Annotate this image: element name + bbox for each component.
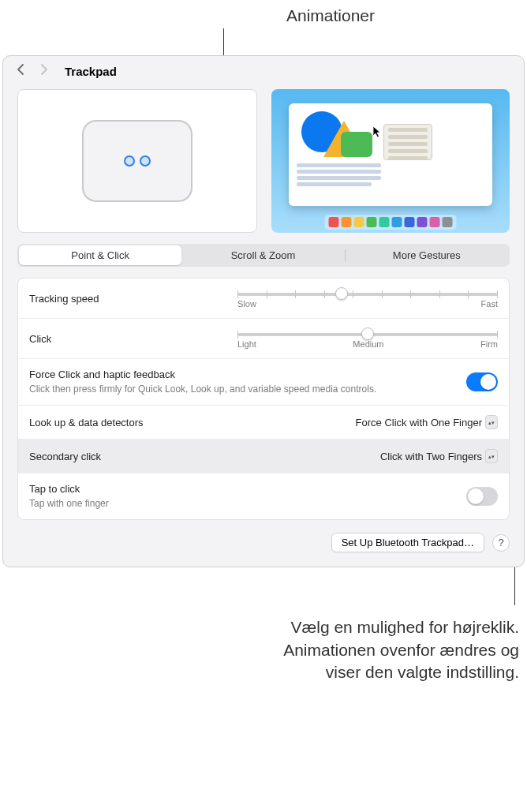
slider-mid-label: Medium (353, 339, 383, 349)
callout-bottom: Vælg en mulighed for højreklik. Animatio… (0, 605, 527, 690)
chevron-updown-icon: ▴▾ (485, 449, 498, 463)
callout-line (223, 28, 224, 55)
trackpad-settings-window: Trackpad (2, 55, 525, 567)
tap-to-click-label: Tap to click (29, 483, 109, 495)
callout-top-label: Animationer (134, 0, 527, 28)
lookup-value: Force Click with One Finger (356, 417, 482, 428)
page-title: Trackpad (65, 65, 117, 78)
app-window-mock (289, 103, 492, 206)
green-square-icon (341, 132, 372, 157)
force-click-row: Force Click and haptic feedback Click th… (18, 359, 509, 406)
click-label: Click (29, 333, 51, 345)
tap-to-click-desc: Tap with one finger (29, 497, 109, 510)
secondary-click-row: Secondary click Click with Two Fingers ▴… (18, 440, 509, 473)
callout-bottom-line3: viser den valgte indstilling. (0, 661, 519, 683)
slider-min-label: Slow (237, 299, 256, 309)
force-click-toggle[interactable] (466, 372, 498, 391)
callout-line (514, 567, 515, 605)
finger-dot-icon (140, 155, 151, 167)
preview-row (3, 84, 524, 244)
click-row: Click Light Medium Firm (18, 319, 509, 359)
force-click-desc: Click then press firmly for Quick Look, … (29, 383, 376, 395)
tab-control: Point & Click Scroll & Zoom More Gesture… (17, 244, 510, 267)
trackpad-animation-pane (17, 89, 257, 233)
dock-mock (325, 215, 457, 230)
tab-scroll-zoom[interactable]: Scroll & Zoom (181, 245, 344, 265)
context-menu-mock (383, 124, 432, 160)
lookup-label: Look up & data detectors (29, 417, 144, 428)
tracking-speed-slider[interactable]: Slow Fast (237, 288, 498, 309)
finger-dot-icon (124, 155, 135, 167)
tab-point-click[interactable]: Point & Click (19, 245, 181, 265)
bluetooth-trackpad-button[interactable]: Set Up Bluetooth Trackpad… (331, 533, 484, 552)
lookup-select[interactable]: Force Click with One Finger ▴▾ (356, 415, 498, 429)
help-button[interactable]: ? (492, 534, 510, 552)
secondary-click-select[interactable]: Click with Two Fingers ▴▾ (380, 449, 498, 463)
tab-more-gestures[interactable]: More Gestures (346, 245, 508, 265)
secondary-click-label: Secondary click (29, 451, 101, 462)
callout-bottom-line1: Vælg en mulighed for højreklik. (0, 616, 519, 638)
secondary-click-value: Click with Two Fingers (380, 451, 482, 462)
callout-bottom-line2: Animationen ovenfor ændres og (0, 639, 519, 661)
forward-icon[interactable] (35, 62, 52, 80)
cursor-icon (372, 125, 380, 137)
slider-max-label: Fast (481, 299, 498, 309)
text-lines-mock (297, 163, 484, 186)
trackpad-shape (82, 120, 192, 202)
force-click-label: Force Click and haptic feedback (29, 369, 376, 380)
tap-to-click-toggle[interactable] (466, 487, 498, 506)
settings-list: Tracking speed Slow Fast Click (17, 278, 510, 520)
slider-min-label: Light (237, 339, 256, 349)
tracking-speed-row: Tracking speed Slow Fast (18, 279, 509, 319)
click-slider[interactable]: Light Medium Firm (237, 328, 498, 349)
footer: Set Up Bluetooth Trackpad… ? (3, 520, 524, 567)
tracking-speed-label: Tracking speed (29, 293, 99, 305)
lookup-row: Look up & data detectors Force Click wit… (18, 406, 509, 440)
tap-to-click-row: Tap to click Tap with one finger (18, 473, 509, 519)
screen-preview-pane (271, 89, 510, 233)
slider-max-label: Firm (480, 339, 498, 349)
titlebar: Trackpad (3, 56, 524, 84)
chevron-updown-icon: ▴▾ (485, 415, 498, 429)
back-icon[interactable] (13, 62, 30, 80)
